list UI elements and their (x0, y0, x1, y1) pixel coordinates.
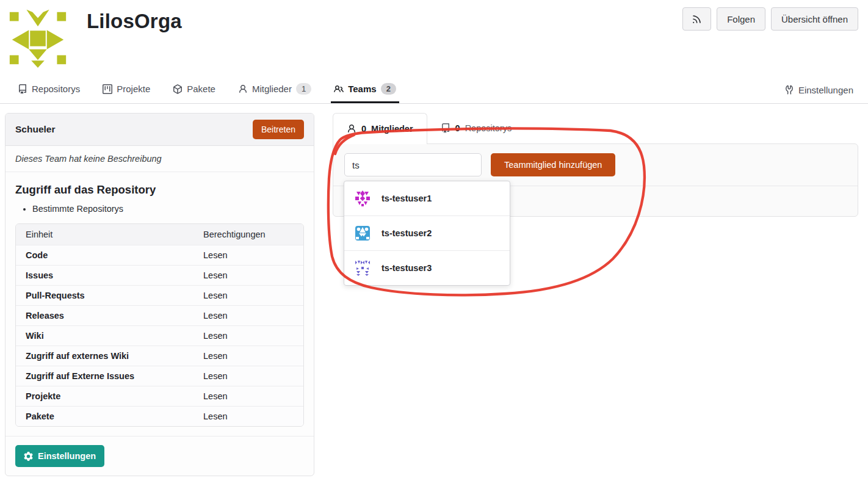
table-row: Zugriff auf externes WikiLesen (16, 346, 303, 366)
teams-count-badge: 2 (381, 83, 396, 95)
nav-item-repositories[interactable]: Repositorys (15, 76, 83, 103)
tab-label: Repositorys (465, 123, 512, 133)
user-name: ts-testuser2 (382, 228, 432, 238)
table-row: WikiLesen (16, 325, 303, 346)
gear-icon (24, 452, 33, 461)
nav-item-projects[interactable]: Projekte (99, 76, 153, 103)
person-icon (238, 84, 248, 94)
table-row: ProjekteLesen (16, 386, 303, 406)
org-nav: Repositorys Projekte Pakete Mitglieder 1… (0, 76, 868, 104)
table-row: PaketeLesen (16, 406, 303, 426)
tab-members[interactable]: 0 Mitglieder (333, 113, 427, 144)
members-count-badge: 1 (296, 83, 311, 95)
nav-label: Einstellungen (798, 85, 853, 95)
nav-item-packages[interactable]: Pakete (170, 76, 219, 103)
nav-label: Repositorys (32, 84, 80, 94)
follow-button[interactable]: Folgen (717, 7, 765, 31)
project-icon (103, 84, 112, 94)
button-label: Einstellungen (38, 451, 96, 461)
team-description: Dieses Team hat keine Beschreibung (5, 146, 314, 172)
repo-icon (441, 123, 450, 133)
package-icon (173, 84, 183, 94)
permissions-table: Einheit Berechtigungen CodeLesen IssuesL… (15, 223, 304, 427)
user-avatar (354, 225, 371, 242)
repo-access-mode: Bestimmte Repositorys (32, 204, 304, 214)
table-row: IssuesLesen (16, 265, 303, 285)
nav-label: Teams (348, 84, 376, 94)
user-suggestion-item[interactable]: ts-testuser1 (344, 181, 510, 216)
team-name: Schueler (15, 124, 55, 135)
page-title: LilosOrga (87, 10, 182, 33)
team-settings-button[interactable]: Einstellungen (15, 445, 104, 467)
table-row: CodeLesen (16, 245, 303, 265)
user-suggestion-item[interactable]: ts-testuser2 (344, 216, 510, 250)
tab-repositories[interactable]: 0 Repositorys (427, 113, 526, 143)
user-avatar (354, 259, 371, 277)
member-search-input[interactable] (344, 153, 482, 176)
nav-item-members[interactable]: Mitglieder 1 (235, 76, 314, 103)
user-avatar (354, 190, 371, 207)
team-main-panel: 0 Mitglieder 0 Repositorys Teammitglied … (333, 113, 858, 217)
nav-label: Pakete (187, 84, 215, 94)
tab-count: 0 (455, 123, 460, 133)
repo-icon (18, 84, 27, 94)
rss-button[interactable] (682, 7, 711, 31)
user-suggestion-dropdown: ts-testuser1 ts- (344, 181, 510, 286)
user-name: ts-testuser3 (382, 263, 432, 273)
tools-icon (784, 85, 794, 95)
tab-count: 0 (361, 124, 366, 134)
nav-label: Projekte (117, 84, 150, 94)
add-team-member-button[interactable]: Teammitglied hinzufügen (491, 153, 615, 176)
org-header: LilosOrga Folgen Übersicht öffnen (0, 0, 868, 71)
team-sidebar: Schueler Beitreten Dieses Team hat keine… (5, 113, 314, 476)
nav-item-settings[interactable]: Einstellungen (784, 76, 853, 103)
user-name: ts-testuser1 (382, 194, 432, 203)
person-icon (347, 124, 356, 134)
rss-icon (692, 14, 702, 24)
table-row: Pull-RequestsLesen (16, 285, 303, 305)
nav-item-teams[interactable]: Teams 2 (331, 76, 399, 103)
column-header-unit: Einheit (16, 224, 193, 245)
nav-label: Mitglieder (252, 84, 292, 94)
open-overview-button[interactable]: Übersicht öffnen (771, 7, 858, 31)
table-row: ReleasesLesen (16, 305, 303, 325)
repo-access-heading: Zugriff auf das Repository (15, 183, 304, 197)
table-row: Zugriff auf Externe IssuesLesen (16, 366, 303, 386)
join-team-button[interactable]: Beitreten (253, 120, 304, 139)
tab-label: Mitglieder (371, 124, 413, 134)
user-suggestion-item[interactable]: ts-testuser3 (344, 250, 510, 285)
people-icon (334, 84, 344, 94)
column-header-permission: Berechtigungen (193, 224, 303, 245)
org-avatar (5, 5, 71, 71)
